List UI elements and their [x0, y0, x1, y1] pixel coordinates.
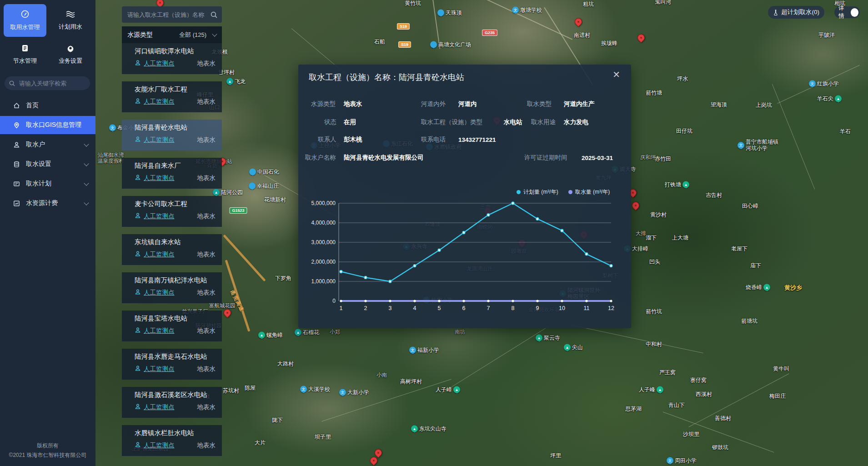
person-icon [135, 289, 141, 297]
map-label-text: 坝子里 [315, 434, 331, 441]
monitor-type-link[interactable]: 人工监测点 [144, 251, 175, 259]
map-label-text: 东坑尖山寺 [419, 426, 447, 432]
svg-text:1,000,000: 1,000,000 [311, 278, 336, 285]
person-icon [135, 174, 141, 182]
facility-list-item[interactable]: 水唇镇水栏肚水电站人工监测点地表水 [122, 425, 222, 456]
facility-list-item[interactable]: 友能水厂取水工程人工监测点地表水 [122, 81, 222, 112]
chevron-down-icon[interactable] [212, 31, 217, 36]
map-label-text: 挨垅蜂 [601, 40, 617, 47]
monitor-type-link[interactable]: 人工监测点 [144, 174, 175, 182]
details-toggle[interactable]: 详情 [834, 6, 860, 18]
facility-list-item[interactable]: 陆河县青砼水电站人工监测点地表水 [122, 120, 222, 150]
map-label: 高树坪村 [400, 379, 422, 385]
close-icon[interactable]: ✕ [612, 70, 620, 79]
svg-text:2: 2 [364, 305, 367, 311]
sidebar-item-home[interactable]: 首页 [0, 96, 95, 115]
sidebar-search[interactable] [5, 76, 90, 90]
module-label: 节水管理 [13, 57, 37, 65]
facility-list-item[interactable]: 陆河县宝塔水电站人工监测点地表水 [122, 311, 222, 341]
sidebar-item-db[interactable]: 取水设置 [0, 155, 95, 173]
field-label: 许可证过期时间 [524, 154, 567, 162]
field-value: 2025-03-31 [582, 155, 613, 161]
map-label-text: 打铁塘 [665, 181, 681, 188]
person-icon [135, 60, 141, 68]
facility-list-item[interactable]: 陆河县自来水厂人工监测点地表水 [122, 158, 222, 189]
monitor-type-link[interactable]: 人工监测点 [144, 441, 175, 450]
facility-list-item[interactable]: 东坑镇自来水站人工监测点地表水 [122, 234, 222, 265]
chevron-down-icon[interactable] [84, 180, 89, 185]
field-value: 地表水 [344, 100, 362, 108]
module-button-1[interactable]: 取用水管理 [4, 4, 46, 37]
map-label: 坪水 [677, 76, 688, 82]
map-label: 田仔坑 [676, 128, 692, 135]
svg-text:12: 12 [608, 305, 614, 311]
sidebar-item-pin[interactable]: 取水口GIS信息管理 [0, 116, 95, 134]
map-label-text: 箭竹坑 [646, 309, 662, 315]
facility-search[interactable] [122, 6, 222, 23]
school-poi-icon: 文 [409, 347, 416, 354]
monitor-type-link[interactable]: 人工监测点 [144, 136, 175, 144]
map-label-text: 幸福山庄 [257, 183, 279, 189]
flask-icon [773, 10, 778, 15]
monitor-type-link[interactable]: 人工监测点 [144, 212, 175, 220]
chart-legend: 计划量 (m³/年)取水量 (m³/年) [517, 188, 610, 196]
wave-icon [65, 10, 75, 20]
map-label-text: 沙坝里 [683, 431, 699, 438]
map-label: 芋陂洋 [818, 32, 835, 39]
svg-text:0: 0 [332, 298, 336, 304]
over-plan-intake-button[interactable]: 超计划取水(0) [768, 6, 824, 19]
module-label: 取用水管理 [10, 23, 40, 31]
map-label-text: 南进村 [574, 32, 590, 39]
chevron-down-icon[interactable] [84, 141, 89, 146]
facility-name: 陆河县青砼水电站 [135, 123, 216, 132]
map-label: 天珠顶 [437, 10, 462, 16]
map-label-text: 黄竹坑 [405, 0, 421, 7]
field-value: 彭木桃 [344, 135, 362, 144]
module-button-4[interactable]: 业务设置 [49, 38, 92, 71]
map-label: 文大新小学 [339, 389, 369, 396]
search-icon [9, 80, 15, 86]
facility-list-item[interactable]: 麦卡公司取水工程人工监测点地表水 [122, 196, 222, 227]
monitor-type-link[interactable]: 人工监测点 [144, 98, 175, 106]
map-label: 大片 [255, 440, 266, 446]
map-label-text: 坪水 [677, 76, 688, 82]
chevron-down-icon[interactable] [84, 200, 89, 205]
map-label-text: 赤竹田 [655, 156, 671, 162]
monitor-type-link[interactable]: 人工监测点 [144, 403, 175, 411]
map-label-text: 思茅湖 [625, 406, 642, 412]
svg-text:2,000,000: 2,000,000 [311, 259, 336, 265]
field-label: 取水工程（设施）类型 [421, 118, 482, 126]
facility-list-item[interactable]: 河口镇唱歌潭水电站人工监测点地表水 [122, 43, 222, 74]
monitor-type-link[interactable]: 人工监测点 [144, 289, 175, 297]
map-label: 寨仔窝 [690, 377, 707, 384]
chevron-down-icon[interactable] [84, 161, 89, 166]
field-label: 取水用途 [531, 118, 556, 126]
sidebar-search-input[interactable] [18, 80, 84, 87]
svg-text:5: 5 [438, 305, 441, 311]
facility-search-input[interactable] [126, 11, 211, 19]
water-source-filter[interactable]: 水源类型 全部 (125) [122, 26, 222, 43]
monitor-type-link[interactable]: 人工监测点 [144, 327, 175, 335]
monitor-type-link[interactable]: 人工监测点 [144, 365, 175, 373]
module-button-2[interactable]: 计划用水 [49, 4, 92, 37]
map-label: 望海顶 [711, 102, 727, 108]
map-label-text: 螺角嶂 [266, 332, 283, 338]
facility-list-item[interactable]: 陆河县激石溪老区水电站人工监测点地表水 [122, 387, 222, 418]
map-label-text: 吉告村 [706, 192, 722, 199]
facility-list-item[interactable]: 陆河县南万镇杞洋水电站人工监测点地表水 [122, 272, 222, 303]
sidebar-item-card[interactable]: 取水计划 [0, 175, 95, 193]
sidebar-item-user[interactable]: 取水户 [0, 135, 95, 154]
map-label: 陈屋 [245, 385, 256, 391]
map-label: 庙下 [750, 263, 761, 269]
filter-value[interactable]: 全部 (125) [179, 31, 206, 39]
search-icon[interactable] [211, 11, 217, 18]
map-label-text: 望海顶 [711, 102, 727, 108]
sidebar-item-chart[interactable]: 水资源计费 [0, 194, 95, 212]
svg-text:6: 6 [462, 305, 466, 311]
map-label-text: 南坊 [455, 329, 465, 335]
monitor-type-link[interactable]: 人工监测点 [144, 60, 175, 68]
toggle-knob[interactable] [851, 8, 858, 17]
facility-list-item[interactable]: 陆河县水唇走马石水电站人工监测点地表水 [122, 349, 222, 380]
map-label: 文红旗小学 [809, 80, 839, 87]
module-button-3[interactable]: 节水管理 [4, 38, 46, 71]
